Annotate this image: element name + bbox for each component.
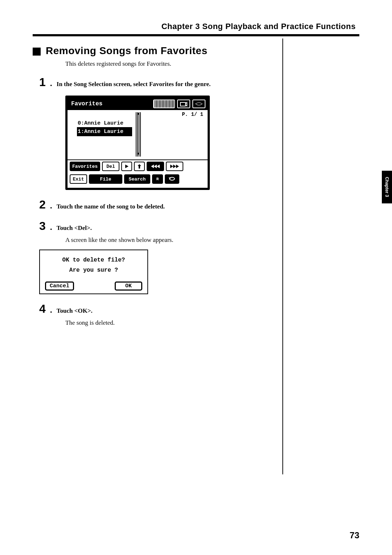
rewind-icon[interactable]	[147, 162, 164, 171]
ok-button[interactable]: OK	[115, 281, 142, 291]
step-subtext: The song is deleted.	[65, 319, 268, 327]
step-number: 3	[39, 219, 46, 233]
step-text: Touch <OK>.	[57, 307, 93, 315]
svg-marker-3	[154, 165, 157, 168]
step-dot: .	[50, 305, 52, 315]
svg-marker-1	[125, 165, 128, 168]
tv-icon[interactable]	[177, 100, 190, 108]
page-number: 73	[350, 530, 359, 540]
chapter-header: Chapter 3 Song Playback and Practice Fun…	[33, 22, 359, 34]
file-button[interactable]: File	[89, 174, 122, 184]
forward-icon[interactable]	[166, 162, 183, 171]
dialog-message: Are you sure ?	[44, 267, 144, 274]
del-button[interactable]: Del	[102, 162, 119, 171]
svg-rect-0	[180, 102, 185, 106]
volume-button[interactable]	[153, 100, 175, 108]
step-subtext: A screen like the one shown below appear…	[65, 236, 268, 244]
search-button[interactable]: Search	[124, 174, 150, 184]
play-icon[interactable]	[121, 162, 132, 171]
list-item[interactable]: 0:Annie Laurie	[77, 119, 132, 128]
cancel-button[interactable]: Cancel	[45, 281, 74, 291]
exit-button[interactable]: Exit	[70, 174, 87, 184]
svg-marker-7	[176, 165, 179, 168]
random-icon[interactable]: R	[152, 174, 163, 184]
side-tab: Chapter 3	[382, 171, 392, 203]
section-intro: This deletes registered songs for Favori…	[65, 60, 268, 68]
step-dot: .	[50, 78, 52, 88]
favorites-button[interactable]: Favorites	[70, 162, 100, 171]
up-icon[interactable]	[134, 162, 145, 171]
svg-marker-5	[170, 165, 173, 168]
step-number: 4	[39, 302, 46, 316]
lcd-song-selection: Favorites P. 1/ 1 0:Annie Laurie 1:Annie…	[65, 96, 210, 190]
svg-marker-6	[173, 165, 176, 168]
lcd-page-indicator: P. 1/ 1	[182, 112, 203, 117]
step-number: 2	[39, 198, 46, 211]
svg-marker-4	[157, 165, 160, 168]
step-dot: .	[50, 222, 52, 232]
section-title: Removing Songs from Favorites	[46, 45, 207, 57]
list-item-selected[interactable]: 1:Annie Laurie	[77, 128, 132, 136]
repeat-icon[interactable]	[165, 174, 179, 184]
section-bullet-icon	[33, 48, 41, 56]
step-text: Touch the name of the song to be deleted…	[57, 203, 165, 210]
svg-marker-2	[151, 165, 154, 168]
song-list: 0:Annie Laurie 1:Annie Laurie	[77, 119, 132, 136]
scrollbar[interactable]: ▲▼	[136, 112, 141, 157]
step-text: In the Song Selection screen, select Fav…	[57, 81, 211, 88]
lyrics-icon[interactable]	[192, 100, 205, 108]
header-rule	[33, 34, 359, 36]
step-dot: .	[50, 201, 52, 211]
confirm-dialog: OK to delete file? Are you sure ? Cancel…	[39, 250, 148, 294]
step-text: Touch <Del>.	[57, 224, 92, 232]
lcd-title: Favorites	[70, 101, 102, 107]
step-number: 1	[39, 76, 46, 89]
dialog-title: OK to delete file?	[44, 257, 144, 263]
